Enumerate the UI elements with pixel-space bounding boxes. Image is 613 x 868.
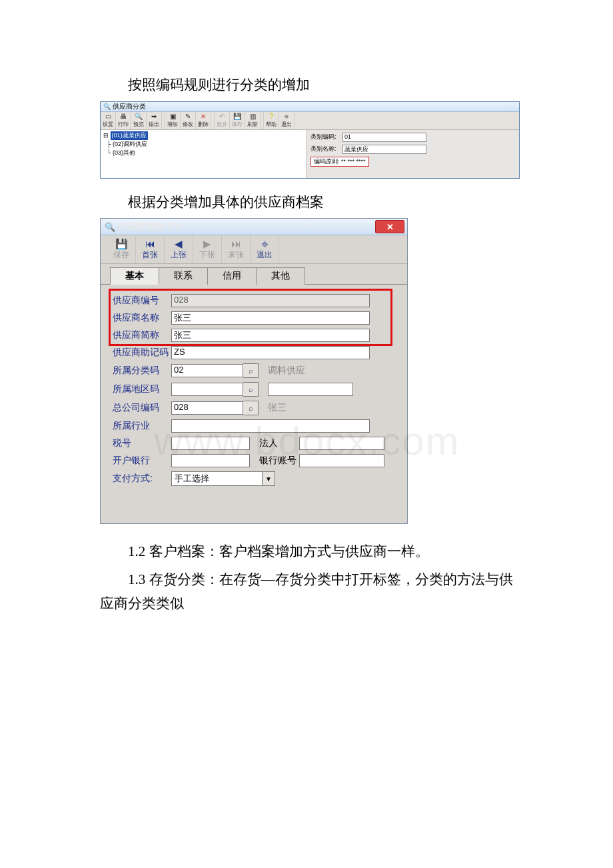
- pay-method-select[interactable]: 手工选择 ▼: [171, 471, 275, 486]
- abort-button: ↶放弃: [215, 112, 230, 129]
- encoding-rule: 编码原则: ** *** ****: [310, 157, 369, 167]
- doc-paragraph: 1.2 客户档案：客户档案增加方式与供应商一样。: [100, 540, 513, 564]
- bank-label: 开户银行: [113, 455, 171, 467]
- save-icon: 💾: [115, 239, 128, 249]
- category-name-display: 调料供应: [268, 365, 308, 377]
- help-icon: ?: [267, 113, 275, 121]
- bank-input[interactable]: [171, 454, 250, 467]
- add-button[interactable]: ▣增加: [165, 112, 181, 129]
- category-code-input[interactable]: 01: [342, 133, 426, 142]
- next-button: ▶下张: [193, 235, 222, 263]
- region-name-input[interactable]: [268, 383, 353, 396]
- prev-icon: ◀: [175, 239, 183, 249]
- region-code-label: 所属地区码: [113, 383, 171, 395]
- supplier-card-window: 🔍 供应商档案卡片 ✕ 💾保存 ⏮首张 ◀上张 ▶下张 ⏭末张 ⎆退出 基本 联…: [100, 218, 408, 524]
- magnifier-icon: 🔍: [105, 222, 115, 232]
- window-titlebar: 🔍 供应商分类: [101, 102, 519, 112]
- last-icon: ⏭: [231, 239, 241, 249]
- output-button[interactable]: ➡输出: [147, 112, 162, 129]
- save-button: 💾保存: [230, 112, 245, 129]
- lookup-icon: ⌕: [249, 385, 253, 393]
- preview-button[interactable]: 🔍预览: [131, 112, 147, 129]
- category-name-label: 类别名称:: [310, 145, 342, 153]
- magnifier-icon: 🔍: [103, 103, 111, 110]
- toolbar: 💾保存 ⏮首张 ◀上张 ▶下张 ⏭末张 ⎆退出: [101, 235, 407, 264]
- legal-person-input[interactable]: [299, 437, 384, 450]
- supplier-mnemonic-label: 供应商助记码: [113, 347, 171, 359]
- setup-button[interactable]: ▭设置: [101, 112, 116, 129]
- industry-label: 所属行业: [113, 420, 171, 432]
- prev-button[interactable]: ◀上张: [165, 235, 193, 263]
- hq-name-display: 张三: [268, 402, 308, 414]
- category-name-input[interactable]: 蔬菜供应: [342, 145, 426, 154]
- print-button[interactable]: 🖶打印: [116, 112, 131, 129]
- lookup-button[interactable]: ⌕: [243, 363, 259, 378]
- first-button[interactable]: ⏮首张: [136, 235, 165, 263]
- chevron-down-icon: ▼: [262, 472, 275, 485]
- close-button[interactable]: ✕: [375, 220, 404, 233]
- delete-icon: ✕: [199, 113, 207, 121]
- doc-heading-1: 按照编码规则进行分类的增加: [100, 73, 513, 97]
- exit-button[interactable]: ⎆退出: [279, 112, 295, 129]
- bank-account-label: 银行账号: [259, 455, 299, 467]
- preview-icon: 🔍: [135, 113, 143, 121]
- bank-account-input[interactable]: [299, 454, 384, 467]
- page-icon: ▭: [104, 113, 112, 121]
- help-button[interactable]: ?帮助: [264, 112, 279, 129]
- tab-other[interactable]: 其他: [256, 267, 305, 285]
- tax-no-input[interactable]: [171, 437, 250, 450]
- refresh-button[interactable]: ▥刷新: [245, 112, 261, 129]
- lookup-button[interactable]: ⌕: [243, 382, 259, 397]
- edit-icon: ✎: [184, 113, 192, 121]
- tab-bar: 基本 联系 信用 其他: [101, 264, 407, 285]
- tax-no-label: 税号: [113, 437, 171, 449]
- lookup-icon: ⌕: [249, 367, 253, 375]
- supplier-no-input: 028: [171, 294, 370, 307]
- save-button: 💾保存: [107, 235, 136, 263]
- first-icon: ⏮: [145, 239, 155, 249]
- hq-code-label: 总公司编码: [113, 402, 171, 414]
- supplier-name-label: 供应商名称: [113, 312, 171, 324]
- tab-credit[interactable]: 信用: [207, 267, 257, 285]
- category-code-input[interactable]: 02: [171, 364, 243, 377]
- exit-button[interactable]: ⎆退出: [251, 235, 279, 263]
- hq-code-input[interactable]: 028: [171, 401, 243, 415]
- supplier-short-label: 供应商简称: [113, 329, 171, 341]
- tree-item-selected[interactable]: (01)蔬菜供应: [111, 131, 148, 140]
- next-icon: ▶: [203, 239, 211, 249]
- add-icon: ▣: [169, 113, 177, 121]
- window-title: 供应商分类: [113, 102, 146, 111]
- pay-method-value: 手工选择: [175, 473, 209, 485]
- industry-input[interactable]: [171, 419, 370, 433]
- export-icon: ➡: [150, 113, 158, 121]
- lookup-icon: ⌕: [249, 404, 253, 412]
- tree-item[interactable]: ├ (02)调料供应: [103, 140, 303, 149]
- undo-icon: ↶: [218, 113, 226, 121]
- last-button: ⏭末张: [222, 235, 251, 263]
- supplier-short-input[interactable]: 张三: [171, 329, 370, 342]
- delete-button[interactable]: ✕删除: [196, 112, 211, 129]
- supplier-no-label: 供应商编号: [113, 295, 171, 307]
- supplier-mnemonic-input[interactable]: ZS: [171, 346, 370, 359]
- exit-icon: ⎆: [283, 113, 291, 121]
- category-tree[interactable]: ⊟ (01)蔬菜供应 ├ (02)调料供应 └ (03)其他: [101, 130, 306, 178]
- pay-method-label: 支付方式:: [113, 473, 171, 485]
- supplier-category-window: 🔍 供应商分类 ▭设置 🖶打印 🔍预览 ➡输出 ▣增加 ✎修改 ✕删除 ↶放弃 …: [100, 101, 520, 179]
- category-form: 类别编码: 01 类别名称: 蔬菜供应 编码原则: ** *** ****: [306, 130, 519, 178]
- region-code-input[interactable]: [171, 383, 243, 396]
- doc-paragraph: 1.3 存货分类：在存货—存货分类中打开标签，分类的方法与供应商分类类似: [100, 568, 513, 615]
- printer-icon: 🖶: [119, 113, 127, 121]
- tab-contact[interactable]: 联系: [159, 267, 208, 285]
- toolbar: ▭设置 🖶打印 🔍预览 ➡输出 ▣增加 ✎修改 ✕删除 ↶放弃 💾保存 ▥刷新 …: [101, 112, 519, 130]
- tab-basic[interactable]: 基本: [110, 267, 159, 285]
- tree-item[interactable]: └ (03)其他: [103, 149, 303, 157]
- save-icon: 💾: [233, 113, 241, 121]
- modify-button[interactable]: ✎修改: [181, 112, 196, 129]
- doc-heading-2: 根据分类增加具体的供应商档案: [100, 191, 513, 215]
- lookup-button[interactable]: ⌕: [243, 401, 259, 415]
- supplier-name-input[interactable]: 张三: [171, 311, 370, 325]
- legal-person-label: 法人: [259, 437, 299, 449]
- window-title: 供应商档案卡片: [118, 221, 183, 233]
- exit-icon: ⎆: [262, 239, 268, 249]
- category-code-label: 所属分类码: [113, 365, 171, 377]
